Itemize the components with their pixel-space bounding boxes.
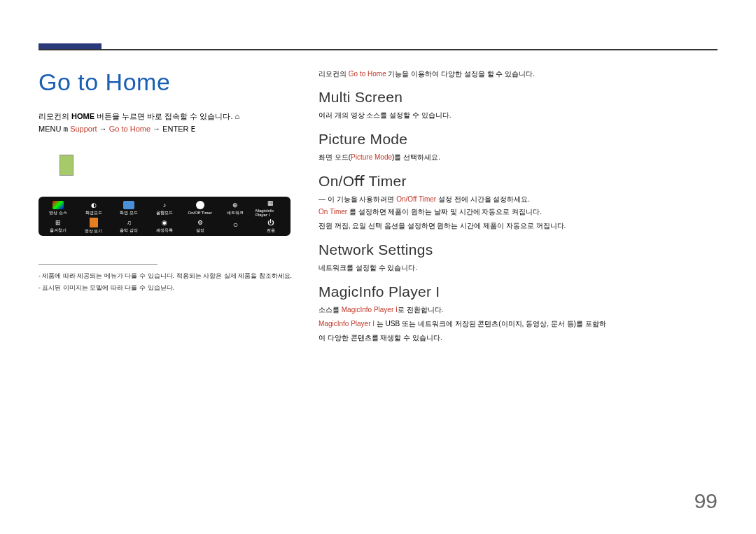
- right-column: 리모컨의 Go to Home 기능을 이용하여 다양한 설정을 할 수 있습니…: [318, 69, 710, 346]
- text: 화면 모드(: [318, 153, 351, 161]
- text: 소스를: [318, 306, 342, 314]
- settings-icon: ⚙: [195, 218, 206, 227]
- magicinfo-line2: MagicInfo Player I 는 USB 또는 네트워크에 저장된 콘텐…: [318, 318, 710, 330]
- menu-navigation-path: MENU m Support → Go to Home → ENTER E: [38, 125, 298, 134]
- label: 음악 감상: [120, 228, 138, 232]
- footnote-1: - 제품에 따라 제공되는 메뉴가 다를 수 있습니다. 적용되는 사항은 실제…: [38, 270, 298, 281]
- heading-onoff-timer: On/Oﬀ Timer: [318, 173, 710, 190]
- sep: →: [153, 125, 162, 133]
- home-key-label: HOME: [71, 112, 94, 120]
- label: On/Off Timer: [188, 211, 212, 215]
- accent: MagicInfo Player I: [318, 320, 374, 328]
- accent: MagicInfo Player I: [342, 306, 398, 314]
- footnote-2: - 표시된 이미지는 모델에 따라 다를 수 있습닏다.: [38, 282, 298, 293]
- text: 는 USB 또는 네트워크에 저장된 콘텐츠(이미지, 동영상, 문서 등)를 …: [374, 320, 606, 328]
- magicinfo-line1: 소스를 MagicInfo Player I로 전환합니다.: [318, 304, 710, 316]
- section-tab-mark: [38, 43, 102, 49]
- label: 설정: [196, 228, 204, 232]
- text: 버튼을 누르면 바로 접속할 수 있습니다.: [94, 112, 232, 120]
- page-number: 99: [694, 489, 718, 513]
- dock-item-favorites[interactable]: ⊞즐겨찾기: [43, 218, 74, 232]
- menu-goto: Go to Home: [109, 125, 150, 133]
- dock-item-source[interactable]: 영상 소스: [43, 201, 74, 215]
- picture-icon: [123, 201, 134, 209]
- text: 를 설정하면 제품이 원하는 날짜 및 시간에 자동으로 켜집니다.: [347, 208, 542, 216]
- network-desc: 네트워크를 설정할 수 있습니다.: [318, 262, 710, 274]
- text: 리모컨의: [318, 70, 349, 78]
- intro-text: 리모컨의 Go to Home 기능을 이용하여 다양한 설정을 할 수 있습니…: [318, 69, 710, 79]
- dock-row-1: 영상 소스 ◐화면모드 화면 모드 ♪음향모드 On/Off Timer ⊕네트…: [43, 199, 286, 216]
- dock-item-network[interactable]: ⊕네트워크: [220, 201, 251, 215]
- home-dock: 영상 소스 ◐화면모드 화면 모드 ♪음향모드 On/Off Timer ⊕네트…: [38, 197, 290, 236]
- text: 설정 전에 시간을 설정하세요.: [436, 195, 530, 203]
- label: 영상 보기: [85, 229, 103, 233]
- home-glyph: ⌂: [235, 112, 240, 120]
- label: 전원: [267, 228, 275, 232]
- intro-accent: Go to Home: [349, 70, 386, 78]
- dock-item-soundmode[interactable]: ♪음향모드: [149, 201, 180, 215]
- label: MagicInfo Player I: [255, 209, 286, 217]
- label: 네트워크: [227, 211, 244, 215]
- left-column: Go to Home 리모컨의 HOME 버튼을 누르면 바로 접속할 수 있습…: [38, 69, 298, 293]
- dock-item-screenmode[interactable]: ◐화면모드: [78, 201, 109, 215]
- accent: On Timer: [318, 208, 347, 216]
- dock-item-power[interactable]: ⏻전원: [255, 218, 286, 232]
- multi-screen-desc: 여러 개의 영상 소스를 설정할 수 있습니다.: [318, 110, 710, 121]
- label: 즐겨찾기: [50, 228, 66, 232]
- screen-preview-box: [59, 155, 74, 176]
- text: 기능을 이용하여 다양한 설정을 할 수 있습니다.: [386, 70, 535, 78]
- dot-icon: ○: [230, 220, 241, 229]
- network-icon: ⊕: [230, 201, 241, 209]
- onoff-note: 이 기능을 사용하려면 On/Off Timer 설정 전에 시간을 설정하세요…: [318, 194, 710, 205]
- text: MENU: [38, 125, 63, 133]
- dock-item-magicinfo[interactable]: ▦MagicInfo Player I: [255, 199, 286, 217]
- heading-multi-screen: Multi Screen: [318, 89, 710, 106]
- sound-icon: ♪: [159, 201, 170, 209]
- dock-item-blank[interactable]: ○: [220, 220, 251, 230]
- home-button-note: 리모컨의 HOME 버튼을 누르면 바로 접속할 수 있습니다. ⌂: [38, 111, 298, 122]
- text: 리모컨의: [38, 112, 71, 120]
- magicinfo-icon: ▦: [265, 199, 276, 207]
- power-icon: ⏻: [265, 218, 276, 227]
- text: 로 전환합니다.: [398, 306, 444, 314]
- playlist-icon: ◉: [159, 218, 170, 227]
- enter-e-icon: E: [191, 125, 196, 134]
- picture-mode-desc: 화면 모드(Picture Mode)를 선택하세요.: [318, 152, 710, 163]
- screenmode-icon: ◐: [88, 201, 99, 209]
- sep: →: [99, 125, 109, 133]
- label: 화면 모드: [120, 211, 138, 215]
- dock-item-timer[interactable]: On/Off Timer: [185, 201, 216, 215]
- footnote-separator: [38, 264, 158, 265]
- onoff-line2: On Timer 를 설정하면 제품이 원하는 날짜 및 시간에 자동으로 켜집…: [318, 206, 710, 218]
- accent: On/Off Timer: [396, 195, 436, 203]
- label: 화면모드: [85, 211, 102, 215]
- heading-magicinfo-player: MagicInfo Player I: [318, 283, 710, 300]
- label: 음향모드: [156, 211, 173, 215]
- heading-picture-mode: Picture Mode: [318, 131, 710, 148]
- favorites-icon: ⊞: [52, 218, 64, 227]
- music-icon: ♫: [123, 218, 134, 227]
- heading-network-settings: Network Settings: [318, 241, 710, 258]
- menu-support: Support: [70, 125, 97, 133]
- accent: Picture Mode: [351, 153, 392, 161]
- dock-item-settings[interactable]: ⚙설정: [185, 218, 216, 232]
- dock-item-music[interactable]: ♫음악 감상: [113, 218, 144, 232]
- dock-item-playlist[interactable]: ◉재생목록: [149, 218, 180, 232]
- dock-row-2: ⊞즐겨찾기 영상 보기 ♫음악 감상 ◉재생목록 ⚙설정 ○ ⏻전원: [43, 218, 286, 233]
- dock-item-picturemode[interactable]: 화면 모드: [113, 201, 144, 215]
- text: )를 선택하세요.: [392, 153, 440, 161]
- page-title: Go to Home: [38, 69, 298, 96]
- onoff-line3: 전원 꺼짐, 요일 선택 옵션을 설정하면 원하는 시간에 제품이 자동으로 꺼…: [318, 220, 710, 232]
- label: 재생목록: [156, 228, 173, 232]
- label: 영상 소스: [49, 211, 67, 215]
- header-rule: [38, 49, 718, 50]
- magicinfo-line3: 여 다양한 콘텐츠를 재생할 수 있습니다.: [318, 332, 710, 344]
- dock-item-video[interactable]: 영상 보기: [78, 218, 109, 233]
- video-icon: [90, 218, 98, 227]
- menu-m-icon: m: [63, 125, 68, 134]
- timer-icon: [196, 201, 204, 209]
- text: 이 기능을 사용하려면: [328, 195, 396, 203]
- screen-mockup: 영상 소스 ◐화면모드 화면 모드 ♪음향모드 On/Off Timer ⊕네트…: [38, 155, 298, 236]
- menu-enter: ENTER: [162, 125, 190, 133]
- document-page: Go to Home 리모컨의 HOME 버튼을 누르면 바로 접속할 수 있습…: [0, 0, 756, 534]
